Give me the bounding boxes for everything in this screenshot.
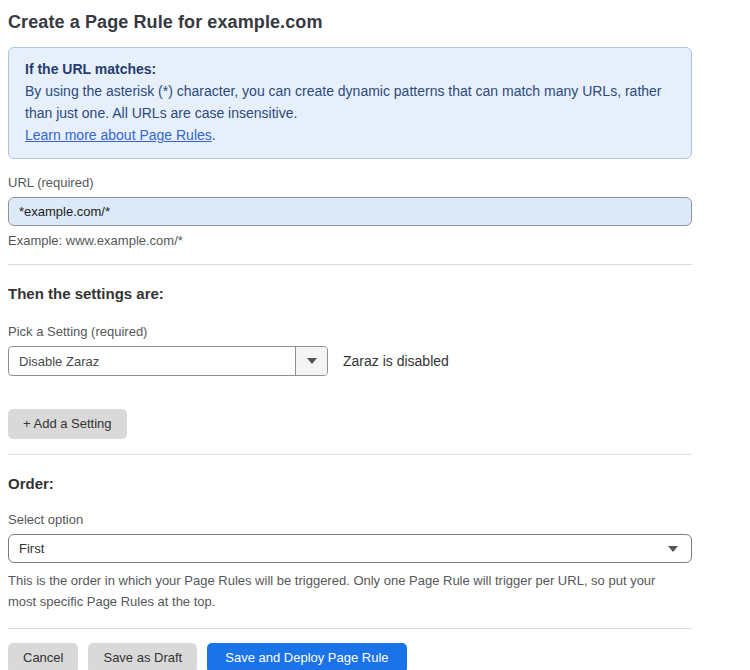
order-helper-text: This is the order in which your Page Rul… — [8, 570, 684, 612]
info-box-body: By using the asterisk (*) character, you… — [25, 80, 675, 124]
chevron-down-icon — [307, 358, 317, 364]
setting-select[interactable]: Disable Zaraz — [8, 346, 328, 376]
form-actions: Cancel Save as Draft Save and Deploy Pag… — [8, 643, 692, 670]
add-setting-button[interactable]: + Add a Setting — [8, 409, 127, 439]
info-box-heading: If the URL matches: — [25, 58, 675, 80]
divider — [8, 628, 692, 629]
settings-section-heading: Then the settings are: — [8, 285, 692, 302]
order-select-value: First — [9, 541, 668, 556]
order-section-heading: Order: — [8, 475, 692, 492]
setting-select-arrow-button[interactable] — [295, 347, 327, 375]
info-link-line: Learn more about Page Rules. — [25, 124, 675, 146]
order-select[interactable]: First — [8, 534, 692, 563]
url-input[interactable] — [8, 197, 692, 226]
setting-row: Disable Zaraz Zaraz is disabled — [8, 346, 692, 376]
pick-setting-label: Pick a Setting (required) — [8, 324, 692, 339]
cancel-button[interactable]: Cancel — [8, 643, 78, 670]
url-field-label: URL (required) — [8, 175, 692, 190]
url-example-helper: Example: www.example.com/* — [8, 233, 692, 248]
setting-select-value: Disable Zaraz — [9, 347, 295, 375]
learn-more-link[interactable]: Learn more about Page Rules — [25, 127, 212, 143]
divider — [8, 264, 692, 265]
page-title: Create a Page Rule for example.com — [8, 12, 750, 33]
order-caret-wrap — [668, 546, 691, 552]
save-and-deploy-button[interactable]: Save and Deploy Page Rule — [207, 643, 406, 670]
setting-status-text: Zaraz is disabled — [343, 353, 449, 369]
page-rule-form: Create a Page Rule for example.com If th… — [0, 0, 750, 670]
divider — [8, 454, 692, 455]
link-suffix: . — [212, 127, 216, 143]
chevron-down-icon — [668, 546, 678, 552]
url-match-info-box: If the URL matches: By using the asteris… — [8, 47, 692, 159]
order-select-label: Select option — [8, 512, 692, 527]
save-as-draft-button[interactable]: Save as Draft — [88, 643, 197, 670]
